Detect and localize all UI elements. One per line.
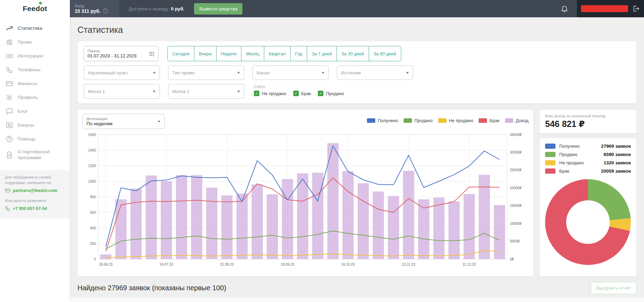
legend-label: Получено [378, 118, 398, 123]
detail-value: По неделям [86, 121, 112, 126]
sidebar-item-sliders[interactable]: Промо [0, 35, 70, 49]
sidebar-item-phone[interactable]: Телефоны [0, 63, 70, 77]
withdraw-button[interactable]: Вывести средства [194, 3, 242, 15]
chart-header: Детализация По неделям ПолученоПроданоНе… [82, 114, 528, 129]
svg-text:10000₽: 10000₽ [510, 222, 522, 226]
logo[interactable]: Feedot [0, 0, 70, 17]
breakdown-label: Не продано [559, 160, 584, 165]
sidebar-menu: СтатистикаПромоAPIИнтеграцииТелефоныФина… [0, 17, 70, 164]
sidebar-item-label: Бонусы [18, 122, 34, 128]
svg-text:400: 400 [90, 226, 96, 230]
support-email-link[interactable]: partners@feedot.com [5, 187, 65, 194]
sidebar-item-ticket[interactable]: Бонусы [0, 118, 70, 132]
svg-text:30000₽: 30000₽ [510, 150, 522, 154]
export-report-button[interactable]: Выгрузить отчет [591, 282, 636, 294]
support-call-label: Или просто позвоните: [5, 198, 65, 204]
topbar: Холд: 15 311 руб. ? Доступно к выводу:0 … [70, 0, 644, 17]
logout-icon[interactable] [632, 5, 640, 12]
question-circle-icon [6, 135, 13, 143]
sidebar-item-question-circle[interactable]: Помощь [0, 132, 70, 146]
checkbox-checked-icon[interactable]: ✓ [293, 91, 299, 96]
quick-range-button[interactable]: Вчера [194, 46, 217, 61]
quick-range-button[interactable]: Месяц [241, 46, 264, 61]
quick-range-button[interactable]: За 30 дней [337, 46, 369, 61]
filter-select[interactable]: Тип промо [168, 65, 244, 80]
quick-range-button[interactable]: За 7 дней [307, 46, 337, 61]
sidebar-item-label: Помощь [18, 136, 36, 142]
sidebar-item-comment[interactable]: Блог [0, 104, 70, 118]
sidebar-item-chart-line[interactable]: Статистика [0, 21, 70, 35]
chevron-down-icon [406, 72, 409, 74]
quick-range-button[interactable]: За 90 дней [369, 46, 401, 61]
legend-swatch [479, 118, 487, 123]
checkbox-checked-icon[interactable]: ✓ [318, 91, 323, 96]
breakdown-card: Получено27969 заявокПродано6590 заявокНе… [540, 138, 636, 276]
svg-text:0₽: 0₽ [510, 257, 514, 261]
breakdown-swatch [545, 168, 555, 174]
svg-text:1400: 1400 [88, 148, 96, 152]
phone-icon [5, 206, 10, 211]
filter-select[interactable]: Канал [252, 65, 329, 80]
breakdown-label: Получено [559, 144, 580, 149]
support-email: partners@feedot.com [13, 187, 57, 194]
period-input[interactable]: Период 01.07.2023 - 31.12.2023 [84, 46, 158, 61]
legend-item[interactable]: Получено [367, 118, 398, 123]
support-write-label: Для обращения в службу поддержки, напиши… [5, 174, 65, 186]
filter-select[interactable]: Метка 1 [84, 84, 160, 99]
sidebar-item-document[interactable]: О партнёрской программе [0, 146, 70, 164]
main-content: Статистика Период 01.07.2023 - 31.12.202… [70, 17, 644, 302]
svg-text:0: 0 [94, 257, 96, 261]
quick-range-button[interactable]: Год [290, 46, 307, 61]
svg-text:35000₽: 35000₽ [510, 133, 522, 137]
support-phone: +7 900 657-57-54 [13, 205, 47, 212]
legend-item[interactable]: Не продано [438, 118, 473, 123]
status-label: Статус [254, 84, 344, 89]
help-icon[interactable]: ? [103, 8, 108, 13]
chart-line-icon [6, 25, 13, 32]
legend-item[interactable]: Брак [479, 118, 499, 123]
svg-text:24.07.23: 24.07.23 [160, 263, 173, 266]
sidebar: Feedot СтатистикаПромоAPIИнтеграцииТелеф… [0, 0, 70, 302]
svg-text:26.06.23: 26.06.23 [99, 263, 112, 266]
select-placeholder: Канал [257, 70, 270, 75]
breakdown-label: Брак [559, 168, 569, 174]
legend-label: Не продано [449, 118, 473, 123]
envelope-icon [5, 188, 10, 193]
sidebar-item-api[interactable]: APIИнтеграции [0, 49, 70, 63]
sidebar-item-label: Профиль [18, 95, 38, 101]
sidebar-item-gear[interactable]: Профиль [0, 91, 70, 104]
quick-range-button[interactable]: Сегодня [167, 46, 194, 61]
legend-swatch [438, 118, 447, 123]
sidebar-item-credit-card[interactable]: Финансы [0, 77, 70, 91]
checkbox-label: Брак [301, 91, 311, 96]
user-block[interactable] [577, 0, 644, 17]
detail-select[interactable]: Детализация По неделям [82, 114, 165, 129]
filter-select[interactable]: Населенный пункт [84, 65, 160, 80]
breakdown-rows: Получено27969 заявокПродано6590 заявокНе… [545, 144, 631, 174]
redacted-username [581, 5, 628, 12]
calendar-icon [149, 51, 155, 57]
svg-text:13.11.23: 13.11.23 [402, 263, 415, 266]
bell-icon[interactable] [560, 4, 569, 13]
status-checkbox-item[interactable]: ✓Не продано [254, 91, 286, 96]
legend-item[interactable]: Доход [505, 118, 528, 123]
svg-text:18.09.23: 18.09.23 [281, 263, 294, 266]
filter-select[interactable]: Источник [337, 65, 413, 80]
donut-wrap [545, 179, 631, 265]
breakdown-value: 27969 заявок [601, 144, 631, 149]
period-label: Период [88, 49, 137, 53]
breakdown-swatch [545, 160, 555, 165]
breakdown-swatch [545, 144, 555, 149]
filter-select[interactable]: Метка 2 [168, 84, 244, 99]
support-block: Для обращения в службу поддержки, напиши… [0, 170, 70, 219]
checkbox-checked-icon[interactable]: ✓ [254, 91, 259, 96]
support-phone-link[interactable]: +7 900 657-57-54 [5, 205, 65, 212]
quick-range-button[interactable]: Квартал [264, 46, 291, 61]
status-checkbox-item[interactable]: ✓Продано [318, 91, 344, 96]
svg-text:16.10.23: 16.10.23 [341, 263, 355, 266]
phone-icon [6, 66, 13, 74]
legend-item[interactable]: Продано [404, 118, 433, 123]
quick-range-button[interactable]: Неделя [216, 46, 241, 61]
status-checkbox-item[interactable]: ✓Брак [293, 91, 311, 96]
hold-value: 15 311 руб. [75, 8, 101, 14]
